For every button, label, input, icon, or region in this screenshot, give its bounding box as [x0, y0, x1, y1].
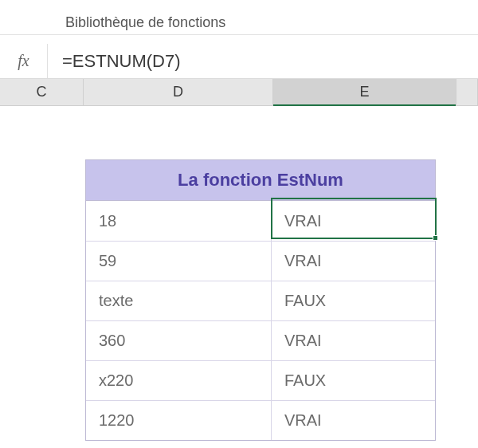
table-row: 360 VRAI — [86, 320, 435, 360]
table-row: 18 VRAI — [86, 201, 435, 241]
result-cell[interactable]: FAUX — [272, 361, 435, 400]
table-row: texte FAUX — [86, 281, 435, 320]
example-table: La fonction EstNum 18 VRAI 59 VRAI texte… — [85, 159, 436, 441]
input-cell[interactable]: texte — [86, 281, 272, 320]
table-title: La fonction EstNum — [86, 160, 435, 201]
input-cell[interactable]: 18 — [86, 201, 272, 241]
result-cell[interactable]: VRAI — [272, 321, 435, 360]
result-cell[interactable]: VRAI — [272, 401, 435, 440]
formula-input[interactable] — [48, 44, 478, 78]
ribbon-separator — [0, 34, 478, 35]
result-cell[interactable]: VRAI — [272, 242, 435, 281]
column-header-c[interactable]: C — [0, 79, 84, 105]
result-cell[interactable]: VRAI — [272, 201, 435, 241]
result-cell[interactable]: FAUX — [272, 281, 435, 320]
formula-bar: fx — [0, 44, 478, 79]
column-headers: C D E — [0, 79, 478, 106]
table-row: 1220 VRAI — [86, 400, 435, 440]
input-cell[interactable]: x220 — [86, 361, 272, 400]
column-header-d[interactable]: D — [84, 79, 273, 105]
input-cell[interactable]: 1220 — [86, 401, 272, 440]
worksheet-area[interactable]: La fonction EstNum 18 VRAI 59 VRAI texte… — [0, 106, 478, 448]
table-row: 59 VRAI — [86, 241, 435, 281]
input-cell[interactable]: 59 — [86, 242, 272, 281]
input-cell[interactable]: 360 — [86, 321, 272, 360]
ribbon-group-label: Bibliothèque de fonctions — [65, 14, 225, 31]
column-header-e[interactable]: E — [273, 79, 456, 105]
column-header-next[interactable] — [456, 79, 478, 105]
insert-function-button[interactable]: fx — [0, 44, 48, 78]
table-row: x220 FAUX — [86, 360, 435, 400]
